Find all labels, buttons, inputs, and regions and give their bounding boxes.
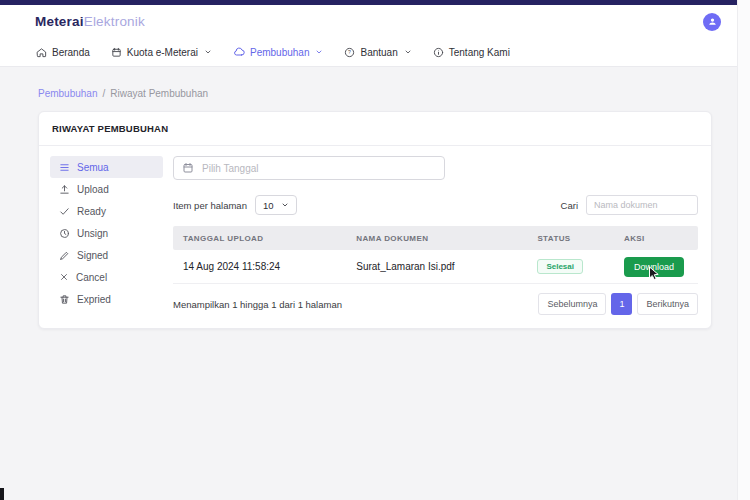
logo-text-bold: Meterai	[35, 14, 84, 29]
date-input[interactable]	[202, 163, 436, 174]
next-page-button[interactable]: Berikutnya	[637, 293, 698, 315]
info-circle-icon	[433, 47, 444, 58]
sidebar-item-label: Signed	[77, 250, 108, 261]
nav-item-pembubuhan[interactable]: Pembubuhan	[233, 46, 324, 58]
check-icon	[59, 206, 70, 217]
calendar-icon	[182, 162, 194, 174]
upload-icon	[59, 184, 70, 195]
chevron-down-icon	[204, 48, 212, 56]
nav-label: Pembubuhan	[250, 47, 310, 58]
breadcrumb: Pembubuhan / Riwayat Pembubuhan	[38, 88, 737, 99]
sidebar-item-label: Cancel	[76, 272, 107, 283]
card-title: RIWAYAT PEMBUBUHAN	[39, 112, 711, 146]
cell-aksi: Download	[614, 257, 698, 277]
table-controls-row: Item per halaman 10 Cari	[173, 195, 698, 215]
table-row: 14 Aug 2024 11:58:24 Surat_Lamaran Isi.p…	[173, 250, 698, 284]
question-circle-icon: ?	[344, 47, 355, 58]
nav-item-beranda[interactable]: Beranda	[36, 47, 90, 58]
sidebar-item-label: Expried	[77, 294, 111, 305]
card-main-panel: Item per halaman 10 Cari TANGGAL UPLOAD	[173, 156, 698, 315]
nav-item-kuota-e-meterai[interactable]: Kuota e-Meterai	[111, 47, 212, 58]
search-group: Cari	[561, 195, 698, 215]
nav-item-tentang-kami[interactable]: Tentang Kami	[433, 47, 510, 58]
sidebar-item-upload[interactable]: Upload	[50, 178, 163, 200]
sidebar-item-label: Ready	[77, 206, 106, 217]
cloud-icon	[233, 46, 245, 58]
table-header-row: TANGGAL UPLOAD NAMA DOKUMEN STATUS AKSI	[173, 226, 698, 250]
current-page-indicator[interactable]: 1	[611, 293, 632, 315]
breadcrumb-current: Riwayat Pembubuhan	[110, 88, 208, 99]
sidebar-item-cancel[interactable]: Cancel	[50, 266, 163, 288]
breadcrumb-parent-link[interactable]: Pembubuhan	[38, 88, 98, 99]
nav-label: Kuota e-Meterai	[127, 47, 198, 58]
per-page-label: Item per halaman	[173, 200, 247, 211]
nav-label: Tentang Kami	[449, 47, 510, 58]
nav-item-bantuan[interactable]: ? Bantuan	[344, 47, 411, 58]
download-button-label: Download	[634, 262, 674, 272]
nav-label: Beranda	[52, 47, 90, 58]
calendar-icon	[111, 47, 122, 58]
chevron-down-icon	[315, 48, 323, 56]
sidebar-item-ready[interactable]: Ready	[50, 200, 163, 222]
screen-corner-artifact	[0, 488, 4, 500]
main-nav: Beranda Kuota e-Meterai Pembubuhan ? Ban…	[0, 38, 737, 67]
list-icon	[59, 162, 70, 173]
column-header-status: STATUS	[527, 234, 614, 243]
cell-nama-dokumen: Surat_Lamaran Isi.pdf	[346, 261, 527, 272]
status-badge: Selesai	[537, 259, 583, 274]
logo-text-light: Elektronik	[84, 14, 145, 29]
breadcrumb-separator: /	[103, 88, 106, 99]
sidebar-item-label: Semua	[77, 162, 109, 173]
column-header-nama-dokumen: NAMA DOKUMEN	[346, 234, 527, 243]
trash-icon	[59, 294, 70, 305]
chevron-down-icon	[404, 48, 412, 56]
pagination: Sebelumnya 1 Berikutnya	[538, 293, 698, 315]
riwayat-pembubuhan-card: RIWAYAT PEMBUBUHAN Semua Upload Ready	[38, 111, 712, 329]
column-header-aksi: AKSI	[614, 234, 698, 243]
app-window: MeteraiElektronik Beranda Kuota e-Metera…	[0, 0, 737, 329]
per-page-select[interactable]: 10	[255, 195, 297, 215]
results-summary: Menampilkan 1 hingga 1 dari 1 halaman	[173, 299, 342, 310]
pen-icon	[59, 250, 70, 261]
sidebar-item-label: Upload	[77, 184, 109, 195]
page-content: Pembubuhan / Riwayat Pembubuhan RIWAYAT …	[0, 67, 737, 329]
documents-table: TANGGAL UPLOAD NAMA DOKUMEN STATUS AKSI …	[173, 226, 698, 284]
sidebar-item-expried[interactable]: Expried	[50, 288, 163, 310]
svg-text:?: ?	[349, 49, 352, 55]
search-input[interactable]	[586, 195, 698, 215]
per-page-value: 10	[263, 200, 274, 211]
sidebar-item-unsign[interactable]: Unsign	[50, 222, 163, 244]
app-header: MeteraiElektronik	[0, 5, 737, 38]
clock-icon	[59, 228, 70, 239]
date-filter-field[interactable]	[173, 156, 445, 180]
sidebar-item-semua[interactable]: Semua	[50, 156, 163, 178]
status-filter-sidebar: Semua Upload Ready Unsign	[50, 156, 163, 315]
cell-tanggal-upload: 14 Aug 2024 11:58:24	[173, 261, 346, 272]
nav-label: Bantuan	[360, 47, 397, 58]
cell-status: Selesai	[527, 259, 614, 274]
user-avatar[interactable]	[703, 13, 721, 31]
search-label: Cari	[561, 200, 578, 211]
column-header-tanggal-upload: TANGGAL UPLOAD	[173, 234, 346, 243]
x-icon	[59, 272, 69, 282]
user-icon	[707, 16, 718, 27]
download-button[interactable]: Download	[624, 257, 684, 277]
scrollbar-track[interactable]	[737, 0, 750, 500]
previous-page-button[interactable]: Sebelumnya	[538, 293, 606, 315]
sidebar-item-signed[interactable]: Signed	[50, 244, 163, 266]
chevron-down-icon	[281, 201, 289, 209]
sidebar-item-label: Unsign	[77, 228, 108, 239]
app-logo[interactable]: MeteraiElektronik	[35, 14, 145, 29]
home-icon	[36, 47, 47, 58]
table-footer: Menampilkan 1 hingga 1 dari 1 halaman Se…	[173, 293, 698, 315]
